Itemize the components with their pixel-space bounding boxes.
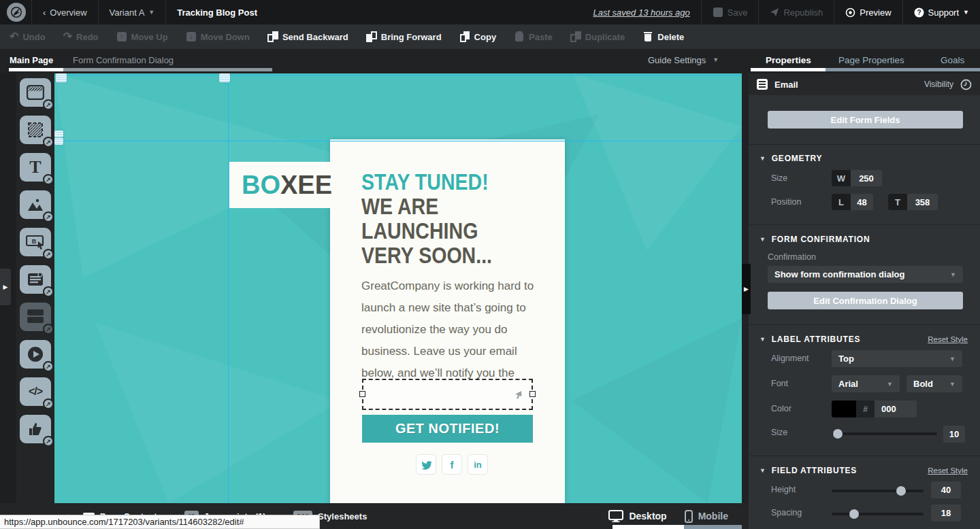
spacing-slider-thumb[interactable] [849,509,859,519]
image-tool[interactable]: ↗ [20,190,51,219]
label-reset-style-link[interactable]: Reset Style [928,335,968,343]
content-card[interactable]: STAY TUNED! WE ARE LAUNCHING VERY SOON..… [330,139,565,503]
color-hex-input[interactable]: 000 [875,400,917,417]
label-size-slider-thumb[interactable] [833,429,843,439]
resize-handle-right[interactable] [529,391,536,397]
section-tool[interactable]: ↗ [20,78,51,107]
left-panel-expander[interactable]: ▶ [0,269,11,305]
label-size-slider[interactable] [832,432,937,435]
question-mark-icon: ? [914,7,924,18]
get-notified-button[interactable]: GET NOTIFIED! [362,415,533,443]
label-attributes-title: LABEL ATTRIBUTES [772,335,861,344]
guide-flag-icon[interactable] [54,131,63,137]
width-input[interactable]: W 250 [832,170,882,186]
undo-button[interactable]: ↶ Undo [10,31,46,42]
guide-settings-label: Guide Settings [648,55,706,65]
form-tool[interactable]: ↗ [20,265,51,294]
logo-rest-text: XEE [280,171,332,200]
copy-icon [459,31,470,42]
resize-handle-left[interactable] [359,391,365,397]
selected-email-field[interactable] [362,379,533,410]
page-canvas[interactable]: STAY TUNED! WE ARE LAUNCHING VERY SOON..… [54,73,742,503]
delete-button[interactable]: Delete [642,31,684,42]
vertical-guide[interactable] [228,73,229,503]
horizontal-guide[interactable] [54,75,742,75]
text-tool[interactable]: T ↗ [20,153,51,182]
horizontal-guide[interactable] [54,141,742,141]
tab-main-page-label: Main Page [10,55,53,65]
form-confirmation-section-header[interactable]: ▼ FORM CONFIRMATION [760,235,870,244]
video-tool[interactable]: ↗ [20,340,51,369]
right-panel-expander[interactable]: ▶ [742,264,751,314]
headline-line: WE ARE [361,194,550,218]
top-value[interactable]: 358 [907,194,938,210]
copy-button[interactable]: Copy [459,31,497,42]
spacing-value[interactable]: 18 [931,505,961,522]
republish-button[interactable]: Republish [759,0,834,24]
last-saved-link[interactable]: Last saved 13 hours ago [593,7,689,18]
move-up-label: Move Up [131,32,168,42]
bg-polygon [95,277,340,503]
field-reset-style-link[interactable]: Reset Style [928,466,968,475]
facebook-icon[interactable]: f [442,454,462,475]
variant-selector[interactable]: Variant A ▼ [99,0,166,24]
geometry-section-header[interactable]: ▼ GEOMETRY [760,154,822,163]
top-prefix: T [888,194,907,210]
confirmation-dropdown[interactable]: Show form confirmation dialog ▼ [768,266,963,283]
visibility-icon[interactable] [960,79,972,90]
spacing-number: 18 [941,508,951,518]
height-slider-thumb[interactable] [896,486,906,496]
redo-label: Redo [76,32,99,42]
form-fields-tool[interactable]: ↗ [20,303,51,331]
support-menu[interactable]: ? Support ▼ [903,0,980,24]
headline-text[interactable]: STAY TUNED! WE ARE LAUNCHING VERY SOON..… [361,169,550,267]
twitter-icon[interactable] [416,454,436,475]
left-input[interactable]: L 48 [832,194,873,210]
chevron-down-icon: ▼ [760,467,766,474]
color-swatch[interactable] [832,400,856,417]
width-value[interactable]: 250 [851,170,882,186]
duplicate-button[interactable]: Duplicate [570,31,625,42]
field-attributes-section-header[interactable]: ▼ FIELD ATTRIBUTES [760,466,857,475]
redo-button[interactable]: ↷ Redo [63,31,99,42]
chevron-down-icon: ▼ [760,155,766,162]
desktop-view-button[interactable]: Desktop [608,510,666,522]
box-tool[interactable]: ↗ [20,116,51,144]
active-panel-tab-underline [751,68,826,71]
bring-forward-button[interactable]: Bring Forward [366,31,442,42]
height-value[interactable]: 40 [931,481,961,498]
spacing-slider[interactable] [832,513,924,515]
edit-confirmation-dialog-button[interactable]: Edit Confirmation Dialog [768,292,963,309]
social-widget-tool[interactable]: ↗ [20,415,51,443]
move-down-button[interactable]: ↓ Move Down [186,31,250,42]
label-size-value[interactable]: 10 [943,426,965,443]
edit-form-fields-button[interactable]: Edit Form Fields [768,111,963,129]
linkedin-icon[interactable]: in [468,454,488,475]
mobile-view-button[interactable]: Mobile [685,510,728,523]
boxee-logo[interactable]: BOXEE [229,162,331,208]
save-button[interactable]: Save [702,0,759,24]
guide-flag-icon[interactable] [54,138,63,145]
guide-flag-icon[interactable] [56,73,67,82]
unbounce-logo-icon[interactable] [7,3,26,22]
overview-button[interactable]: ‹ Overview [32,0,98,24]
label-attributes-section-header[interactable]: ▼ LABEL ATTRIBUTES [760,335,860,344]
embed-code-tool[interactable]: </> ↗ [20,377,51,406]
preview-button[interactable]: Preview [834,0,902,24]
alignment-dropdown[interactable]: Top ▼ [832,350,962,367]
height-slider[interactable] [832,490,924,492]
send-backward-button[interactable]: Send Backward [267,31,348,42]
font-weight-dropdown[interactable]: Bold ▼ [906,375,962,392]
send-backward-icon [267,31,278,42]
button-tool[interactable]: B ↗ [20,228,51,256]
move-up-button[interactable]: ↑ Move Up [116,31,168,42]
guide-settings-button[interactable]: Guide Settings ▼ [648,49,719,71]
top-input[interactable]: T 358 [888,194,938,210]
left-value[interactable]: 48 [851,194,873,210]
height-number: 40 [941,485,951,495]
guide-flag-icon[interactable] [219,73,230,82]
paste-button[interactable]: Paste [514,31,553,42]
caret-down-icon: ▼ [887,381,893,388]
font-family-dropdown[interactable]: Arial ▼ [832,375,900,392]
headline-line: LAUNCHING [361,218,550,243]
